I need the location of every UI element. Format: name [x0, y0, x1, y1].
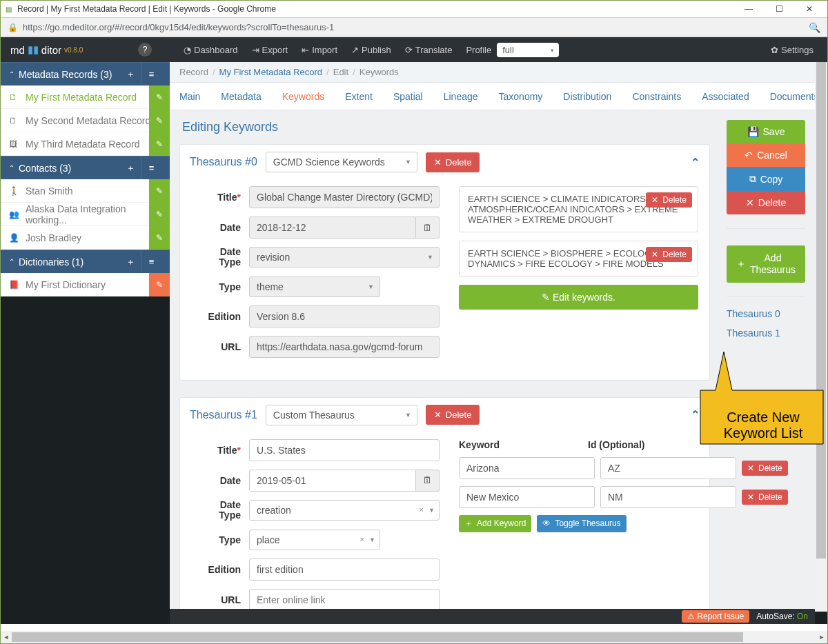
- plus-icon: ＋: [464, 518, 473, 530]
- cancel-button[interactable]: ↶Cancel: [727, 143, 805, 167]
- horizontal-scrollbar[interactable]: ◄ ►: [1, 631, 827, 643]
- tab-metadata[interactable]: Metadata: [221, 91, 261, 102]
- copy-button[interactable]: ⧉Copy: [727, 167, 805, 191]
- add-thesaurus-button[interactable]: ＋AddThesaurus: [727, 245, 805, 283]
- thesaurus-0-delete-button[interactable]: ✕Delete: [426, 152, 480, 172]
- thesaurus-1-url-input[interactable]: [249, 589, 440, 611]
- sidebar-section-records[interactable]: ⌃ Metadata Records (3) ＋ ≡: [1, 62, 170, 85]
- chevron-down-icon: ⌃: [9, 164, 14, 172]
- menu-translate[interactable]: ⟳Translate: [398, 45, 460, 55]
- url-text[interactable]: https://go.mdeditor.org/#/record/0kgv15d…: [23, 22, 809, 32]
- chevron-up-icon[interactable]: ⌃: [691, 156, 700, 169]
- sidebar-item-dictionary-1[interactable]: 📕 My First Dictionary ✎: [1, 273, 170, 296]
- menu-export[interactable]: ⇥Export: [245, 45, 295, 55]
- crumb-record: Record: [179, 67, 208, 77]
- window-close-button[interactable]: ✕: [794, 1, 825, 18]
- scroll-right-arrow[interactable]: ►: [816, 631, 827, 643]
- help-button[interactable]: ?: [138, 43, 152, 57]
- keyword-input[interactable]: [459, 457, 595, 479]
- save-button[interactable]: 💾Save: [727, 120, 805, 143]
- gear-icon: ✿: [771, 45, 778, 55]
- menu-publish[interactable]: ↗Publish: [344, 45, 398, 55]
- tab-keywords[interactable]: Keywords: [282, 91, 324, 102]
- app-icon: ▤: [3, 4, 13, 14]
- sidebar-item-label: Stan Smith: [26, 185, 72, 197]
- thesaurus-1-select[interactable]: Custom Thesaurus: [266, 405, 417, 425]
- window-minimize-button[interactable]: —: [733, 1, 764, 18]
- tab-main[interactable]: Main: [179, 91, 200, 102]
- thesaurus-1-delete-button[interactable]: ✕Delete: [426, 405, 480, 425]
- edit-record-button[interactable]: ✎: [149, 109, 170, 132]
- add-record-button[interactable]: ＋: [120, 63, 141, 86]
- report-issue-button[interactable]: ⚠ Report Issue: [682, 610, 749, 623]
- keyword-input[interactable]: [459, 486, 595, 508]
- edit-record-button[interactable]: ✎: [149, 132, 170, 156]
- edit-contact-button[interactable]: ✎: [149, 226, 170, 250]
- keyword-0-delete-button[interactable]: ✕Delete: [646, 192, 692, 208]
- tab-taxonomy[interactable]: Taxonomy: [499, 91, 543, 102]
- tab-lineage[interactable]: Lineage: [444, 91, 478, 102]
- thesaurus-1-date-input[interactable]: [249, 470, 416, 492]
- vertical-scrollbar[interactable]: [815, 62, 827, 612]
- keyword-1-delete-button[interactable]: ✕Delete: [646, 247, 692, 262]
- sidebar-item-contact-2[interactable]: 👥 Alaska Data Integration working... ✎: [1, 203, 170, 226]
- calendar-icon[interactable]: 🗓: [416, 217, 440, 239]
- label-url: URL: [191, 594, 241, 605]
- sidebar-section-dictionaries[interactable]: ⌃ Dictionaries (1) ＋ ≡: [1, 250, 170, 273]
- sidebar-item-record-3[interactable]: 🖼 My Third Metadata Record ✎: [1, 132, 170, 156]
- keyword-id-input[interactable]: [600, 457, 736, 479]
- top-menu: ◔Dashboard ⇥Export ⇤Import ↗Publish ⟳Tra…: [170, 43, 827, 57]
- thesaurus-1-type-select[interactable]: place×▼: [249, 530, 380, 550]
- window-maximize-button[interactable]: ☐: [764, 1, 794, 18]
- add-contact-button[interactable]: ＋: [120, 157, 141, 180]
- edit-contact-button[interactable]: ✎: [149, 179, 170, 203]
- list-contacts-button[interactable]: ≡: [141, 157, 161, 180]
- edit-dictionary-button[interactable]: ✎: [149, 273, 170, 296]
- add-keyword-button[interactable]: ＋Add Keyword: [459, 515, 531, 532]
- keyword-id-input[interactable]: [600, 486, 736, 508]
- menu-import[interactable]: ⇤Import: [295, 45, 344, 55]
- tab-distribution[interactable]: Distribution: [563, 91, 611, 102]
- link-thesaurus-0[interactable]: Thesaurus 0: [727, 304, 805, 323]
- profile-select[interactable]: full: [497, 43, 559, 57]
- sidebar-item-record-2[interactable]: 🗋 My Second Metadata Record ✎: [1, 109, 170, 132]
- list-dictionaries-button[interactable]: ≡: [141, 250, 161, 274]
- tab-extent[interactable]: Extent: [345, 91, 373, 102]
- thesaurus-1-edition-input[interactable]: [249, 559, 440, 581]
- list-records-button[interactable]: ≡: [141, 63, 161, 86]
- plus-icon: ＋: [736, 258, 746, 270]
- calendar-icon[interactable]: 🗓: [416, 470, 440, 492]
- thesaurus-1-title-input[interactable]: [249, 439, 440, 461]
- edit-contact-button[interactable]: ✎: [149, 203, 170, 226]
- tab-associated[interactable]: Associated: [702, 91, 749, 102]
- thesaurus-1-datetype-select[interactable]: creation×▼: [249, 500, 440, 521]
- label-edition: Edition: [191, 564, 241, 575]
- sidebar-section-contacts[interactable]: ⌃ Contacts (3) ＋ ≡: [1, 156, 170, 179]
- link-thesaurus-1[interactable]: Thesaurus 1: [727, 323, 805, 343]
- thesaurus-0-select[interactable]: GCMD Science Keywords: [266, 152, 417, 172]
- brand-version: v0.8.0: [64, 46, 83, 54]
- menu-dashboard[interactable]: ◔Dashboard: [177, 45, 245, 55]
- divider: [727, 228, 805, 229]
- sidebar-item-contact-3[interactable]: 👤 Josh Bradley ✎: [1, 226, 170, 250]
- tab-spatial[interactable]: Spatial: [393, 91, 423, 102]
- delete-button[interactable]: ✕Delete: [727, 191, 805, 214]
- crumb-record-name[interactable]: My First Metadata Record: [219, 67, 323, 77]
- menu-settings[interactable]: ✿Settings: [764, 45, 820, 55]
- tab-documents[interactable]: Documents: [770, 91, 815, 102]
- sidebar-item-contact-1[interactable]: 🚶 Stan Smith ✎: [1, 179, 170, 203]
- thesaurus-0-title: Thesaurus #0: [190, 156, 257, 168]
- autosave-status: AutoSave: On: [756, 612, 808, 621]
- edit-record-button[interactable]: ✎: [149, 85, 170, 109]
- tab-constraints[interactable]: Constraints: [632, 91, 681, 102]
- scroll-left-arrow[interactable]: ◄: [1, 631, 12, 643]
- edit-keywords-button[interactable]: ✎ Edit keywords.: [459, 285, 698, 310]
- label-title: Title*: [191, 445, 241, 456]
- sidebar-item-label: My First Metadata Record: [26, 92, 137, 103]
- divider: [727, 296, 805, 297]
- zoom-icon[interactable]: 🔍: [809, 22, 820, 33]
- add-dictionary-button[interactable]: ＋: [120, 250, 141, 274]
- page-title: Editing Keywords: [182, 120, 710, 134]
- sidebar-item-record-1[interactable]: 🗋 My First Metadata Record ✎: [1, 85, 170, 109]
- toggle-thesaurus-button[interactable]: 👁Toggle Thesaurus: [537, 515, 626, 532]
